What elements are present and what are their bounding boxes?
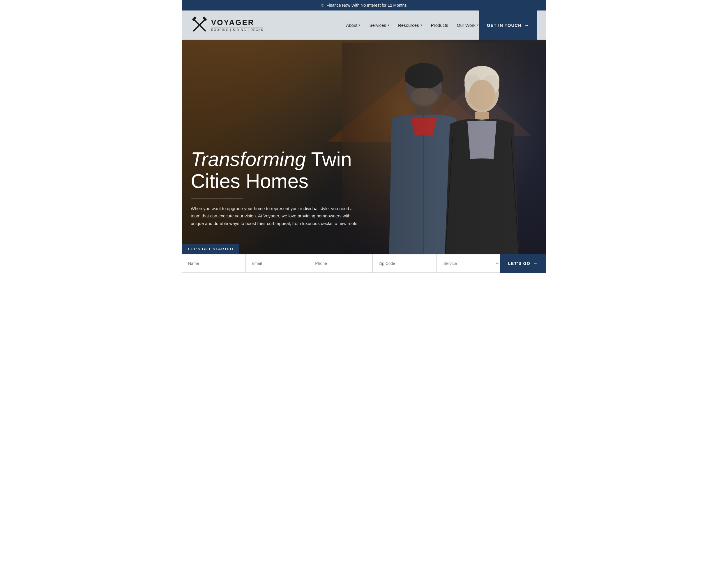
main-nav: VOYAGER ROOFING | SIDING | DECKS About ▾… (182, 10, 546, 40)
nav-item-services[interactable]: Services ▾ (369, 23, 389, 28)
hero-divider (191, 198, 243, 198)
submit-label: LET'S GO (508, 261, 531, 266)
chevron-down-icon: ▾ (359, 23, 361, 27)
form-fields: Service Roofing Siding Decks LET'S GO → (182, 254, 546, 273)
get-in-touch-button[interactable]: GET IN TOUCH → (479, 10, 537, 40)
nav-links: About ▾ Services ▾ Resources ▾ Products … (346, 23, 479, 28)
nav-item-products[interactable]: Products (431, 23, 448, 28)
chevron-down-icon: ▾ (477, 23, 479, 27)
chevron-down-icon: ▾ (420, 23, 422, 27)
contact-form-bar: LET'S GET STARTED Service Roofing Siding… (182, 244, 546, 273)
logo-icon (191, 16, 208, 34)
phone-input[interactable] (309, 254, 372, 273)
top-banner: © Finance Now With No Interest for 12 Mo… (182, 0, 546, 10)
name-input[interactable] (182, 254, 245, 273)
svg-rect-3 (202, 16, 207, 21)
banner-text: Finance Now With No Interest for 12 Mont… (326, 3, 407, 8)
logo-text: VOYAGER ROOFING | SIDING | DECKS (211, 19, 264, 31)
email-input[interactable] (245, 254, 309, 273)
nav-link-products[interactable]: Products (431, 23, 448, 28)
logo-link[interactable]: VOYAGER ROOFING | SIDING | DECKS (191, 16, 264, 34)
nav-link-resources[interactable]: Resources ▾ (398, 23, 422, 28)
hero-title: Transforming Twin Cities Homes (191, 148, 377, 192)
nav-item-about[interactable]: About ▾ (346, 23, 361, 28)
service-select[interactable]: Service Roofing Siding Decks (436, 254, 500, 273)
brand-name: VOYAGER (211, 19, 264, 26)
svg-rect-2 (192, 16, 197, 21)
nav-item-resources[interactable]: Resources ▾ (398, 23, 422, 28)
nav-item-our-work[interactable]: Our Work ▾ (457, 23, 479, 28)
hero-section: Transforming Twin Cities Homes When you … (182, 40, 546, 273)
nav-link-services[interactable]: Services ▾ (369, 23, 389, 28)
form-label: LET'S GET STARTED (182, 244, 239, 254)
brand-sub: ROOFING | SIDING | DECKS (211, 27, 264, 31)
zip-input[interactable] (372, 254, 436, 273)
chevron-down-icon: ▾ (388, 23, 389, 27)
arrow-icon: → (524, 23, 529, 28)
submit-button[interactable]: LET'S GO → (500, 254, 546, 273)
nav-link-our-work[interactable]: Our Work ▾ (457, 23, 479, 28)
hero-description: When you want to upgrade your home to re… (191, 205, 360, 227)
submit-arrow-icon: → (533, 261, 538, 266)
nav-link-about[interactable]: About ▾ (346, 23, 361, 28)
hero-content: Transforming Twin Cities Homes When you … (182, 148, 386, 244)
copyright-icon: © (321, 3, 324, 8)
